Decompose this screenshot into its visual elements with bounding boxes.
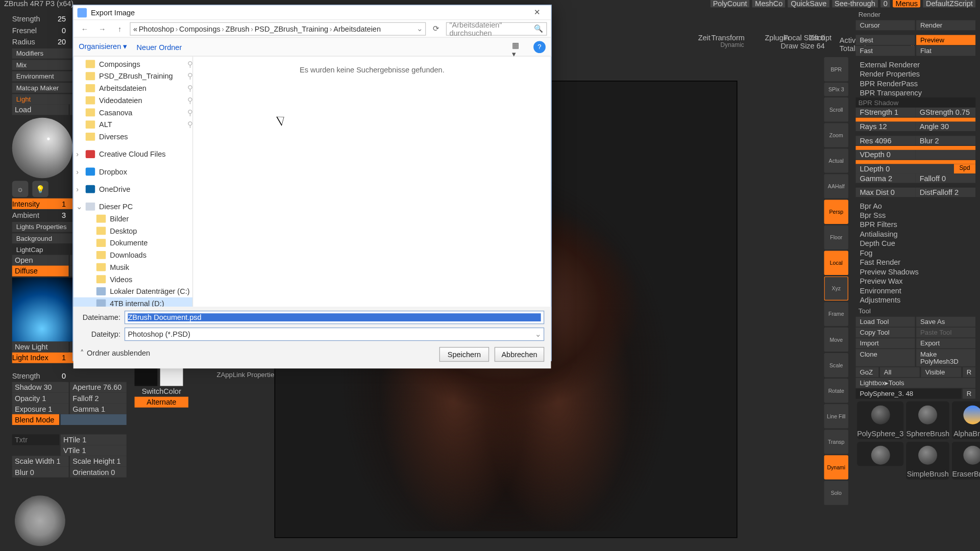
intensity-value[interactable]: 1: [49, 199, 66, 208]
gamma-slider[interactable]: Gamma 1: [70, 404, 127, 414]
move-button[interactable]: Move: [824, 328, 848, 352]
goz-all-button[interactable]: All: [880, 367, 920, 378]
tree-item[interactable]: Dokumente: [74, 237, 192, 249]
flat-button[interactable]: Flat: [916, 46, 975, 56]
exposure-slider[interactable]: Exposure 1: [12, 404, 69, 414]
fastrender-header[interactable]: Fast Render: [855, 258, 975, 267]
scroll-button[interactable]: Scroll: [824, 97, 848, 121]
pastetool-button[interactable]: Paste Tool: [916, 328, 975, 338]
tree-item[interactable]: ALT⚲: [74, 118, 192, 131]
nav-fwd-button[interactable]: →: [95, 22, 110, 35]
render-properties-header[interactable]: Render Properties: [855, 69, 975, 79]
opacity-slider[interactable]: Opacity 1: [12, 393, 69, 404]
export-button[interactable]: Export: [916, 338, 975, 348]
tree-item[interactable]: Videodateien⚲: [74, 94, 192, 107]
bpr-shadow-header[interactable]: BPR Shadow: [855, 97, 975, 108]
import-button[interactable]: Import: [855, 338, 915, 348]
hide-folders-toggle[interactable]: ˄Ordner ausblenden: [80, 348, 150, 357]
tree-item[interactable]: Musik: [74, 261, 192, 273]
sun-icon[interactable]: ☼: [12, 181, 29, 197]
folder-tree[interactable]: Composings⚲ PSD_ZBrush_Training⚲ Arbeits…: [74, 57, 193, 307]
tree-item[interactable]: Bilder: [74, 212, 192, 224]
bpr-ao-header[interactable]: Bpr Ao: [855, 201, 975, 210]
pin-icon[interactable]: ⚲: [187, 108, 192, 117]
subtool-gold[interactable]: [857, 442, 903, 466]
tree-item[interactable]: Videos: [74, 273, 192, 285]
render-environment-header[interactable]: Environment: [855, 286, 975, 295]
refresh-icon[interactable]: ⟳: [429, 22, 444, 35]
tree-item[interactable]: Casanova⚲: [74, 106, 192, 118]
tree-item[interactable]: Lokaler Datenträger (C:): [74, 285, 192, 297]
tree-item-onedrive[interactable]: ›OneDrive: [74, 183, 192, 195]
previewwax-header[interactable]: Preview Wax: [855, 277, 975, 286]
previewshadows-header[interactable]: Preview Shadows: [855, 267, 975, 276]
makepoly-button[interactable]: Make PolyMesh3D: [916, 349, 975, 366]
tool-r-button[interactable]: R: [963, 389, 975, 399]
rfalloff-slider[interactable]: Falloff 0: [916, 173, 975, 183]
ldepth-slider[interactable]: LDepth 0: [855, 164, 953, 173]
pin-icon[interactable]: ⚲: [187, 60, 192, 68]
pin-icon[interactable]: ⚲: [187, 96, 192, 105]
zoom-button[interactable]: Zoom: [824, 123, 848, 147]
blend-mode-button[interactable]: Blend Mode: [12, 414, 59, 425]
subtool-polysphere[interactable]: PolySphere_3: [857, 402, 903, 439]
rblur-slider[interactable]: Blur 2: [916, 136, 975, 145]
zapplink-header[interactable]: ZAppLink Properties: [216, 371, 277, 379]
depthcue-header[interactable]: Depth Cue: [855, 239, 975, 248]
lightindex-value[interactable]: 1: [49, 354, 66, 362]
actual-button[interactable]: Actual: [824, 148, 848, 172]
angle-slider[interactable]: Angle 30: [916, 122, 975, 131]
bpr-transparency-header[interactable]: BPR Transparency: [855, 88, 975, 97]
transp-button[interactable]: Transp: [824, 430, 848, 454]
tree-item[interactable]: Diverses: [74, 131, 192, 143]
loadtool-button[interactable]: Load Tool: [855, 317, 915, 327]
tree-item-selected[interactable]: 4TB internal (D:): [74, 297, 192, 307]
subtool-spherebrush[interactable]: SphereBrush: [906, 402, 949, 439]
tree-item[interactable]: Composings⚲: [74, 58, 192, 70]
tree-item[interactable]: Downloads: [74, 249, 192, 261]
filetype-select[interactable]: [128, 330, 534, 338]
cursor-button[interactable]: Cursor: [855, 20, 915, 31]
res-slider[interactable]: Res 4096: [855, 136, 915, 145]
bpr-button[interactable]: BPR: [824, 57, 848, 81]
blur-slider[interactable]: Blur 0: [12, 467, 69, 478]
new-folder-button[interactable]: Neuer Ordner: [137, 43, 182, 51]
seethrough-value[interactable]: 0: [880, 0, 890, 7]
tree-item-cc[interactable]: ›Creative Cloud Files: [74, 148, 192, 160]
persp-button[interactable]: Persp: [824, 199, 848, 223]
external-renderer-header[interactable]: External Renderer: [855, 60, 975, 69]
vdepth-slider[interactable]: VDepth 0: [855, 150, 915, 159]
frame-button[interactable]: Frame: [824, 302, 848, 326]
help-icon[interactable]: ?: [533, 41, 546, 53]
antialiasing-header[interactable]: Antialiasing: [855, 229, 975, 238]
subtool-simplebrush[interactable]: SimpleBrush: [906, 442, 949, 480]
new-light-button[interactable]: New Light: [12, 342, 69, 353]
spd-toggle[interactable]: Spd: [954, 164, 975, 173]
goz-button[interactable]: GoZ: [855, 367, 878, 378]
fstrength-slider[interactable]: FStrength 1: [855, 108, 915, 117]
aahalf-button[interactable]: AAHalf: [824, 174, 848, 198]
save-button[interactable]: Speichern: [439, 347, 489, 362]
maxdist-slider[interactable]: Max Dist 0: [855, 188, 915, 197]
strength-value[interactable]: 25: [49, 15, 66, 23]
xyz-button[interactable]: Xyz: [824, 277, 848, 300]
vtile-slider[interactable]: VTile 1: [61, 445, 127, 456]
lightcap-open-button[interactable]: Open: [12, 255, 69, 266]
breadcrumb[interactable]: « Photoshop› Composings› ZBrush› PSD_ZBr…: [130, 22, 426, 35]
view-mode-button[interactable]: ▦ ▾: [512, 41, 524, 53]
organize-menu[interactable]: Organisieren ▾: [79, 42, 127, 51]
light-preview[interactable]: [12, 118, 73, 179]
ambient-value[interactable]: 3: [49, 211, 66, 219]
rays-slider[interactable]: Rays 12: [855, 122, 915, 131]
subtool-alphabrush[interactable]: AlphaBrush: [952, 402, 980, 439]
copytool-button[interactable]: Copy Tool: [855, 328, 915, 338]
floor-button[interactable]: Floor: [824, 226, 848, 249]
cancel-button[interactable]: Abbrechen: [495, 347, 545, 362]
solo-button[interactable]: Solo: [824, 481, 848, 505]
tree-item[interactable]: Arbeitsdateien⚲: [74, 82, 192, 94]
clone-button[interactable]: Clone: [855, 349, 915, 366]
scaleh-slider[interactable]: Scale Height 1: [70, 456, 127, 467]
filename-input[interactable]: [128, 313, 541, 321]
defaultzscript-button[interactable]: DefaultZScript: [923, 0, 975, 7]
fast-button[interactable]: Fast: [855, 46, 915, 56]
